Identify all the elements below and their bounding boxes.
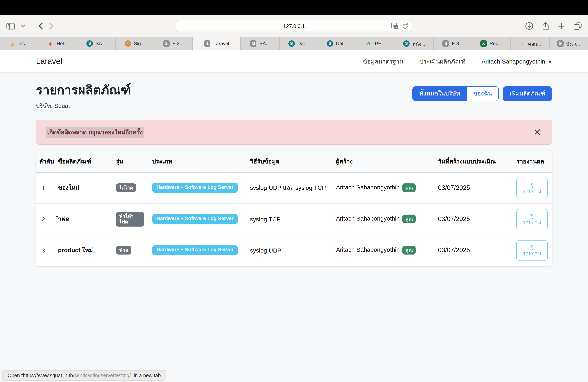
nav-link-evaluate[interactable]: ประเมินผลิตภัณฑ์ xyxy=(420,57,466,66)
browser-tab[interactable]: S F-3... xyxy=(434,37,472,50)
tab-label: หนัง... xyxy=(412,40,425,47)
sidebar-chevron-button[interactable] xyxy=(21,25,26,27)
downloads-button[interactable] xyxy=(525,22,533,30)
tabs-overview-icon xyxy=(574,22,582,30)
creator-name: Aritach Sahapongyothin xyxy=(336,184,400,191)
tab-label: Laravel xyxy=(213,41,229,46)
forward-icon xyxy=(49,23,53,29)
address-bar[interactable]: 127.0.0.1 A x xyxy=(176,20,412,32)
status-prefix: Open “ xyxy=(8,373,23,378)
new-tab-button[interactable] xyxy=(558,22,565,29)
column-header: รายงานผล xyxy=(512,151,552,172)
forward-button[interactable] xyxy=(49,23,53,29)
toolbar-divider xyxy=(32,21,32,30)
browser-tab[interactable]: S SA... xyxy=(77,37,116,50)
filter-all-button[interactable]: ทั้งหมดในบริษัท xyxy=(413,86,467,101)
status-suffix: ” in a new tab xyxy=(131,373,161,378)
column-header: ลำดับ xyxy=(36,151,54,172)
created-date: 03/07/2025 xyxy=(434,203,512,234)
browser-tab[interactable]: S หนัง... xyxy=(395,37,434,50)
letter-g-favicon-icon: G xyxy=(557,40,563,47)
nav-link-standards[interactable]: ข้อมูลมาตรฐาน xyxy=(363,57,404,66)
browser-tab[interactable]: ≈ ดอก... xyxy=(511,37,549,50)
sharepoint-favicon-icon: S xyxy=(288,40,294,47)
filter-button-group: ทั้งหมดในบริษัท ของฉัน xyxy=(413,86,499,101)
close-icon xyxy=(534,129,540,135)
tab-label: F-3... xyxy=(172,41,184,46)
browser-tab[interactable]: S Dat... xyxy=(318,37,357,50)
orange-favicon-icon: * xyxy=(125,40,131,47)
column-header: รุ่น xyxy=(112,151,148,172)
tab-label: SA... xyxy=(259,41,270,46)
sharepoint-favicon-icon: S xyxy=(327,40,333,47)
table-row: 3 product ใหม่ ฟำอ Hardware + Software L… xyxy=(36,234,552,266)
you-badge: คุณ xyxy=(403,215,416,224)
browser-toolbar: 127.0.0.1 A x xyxy=(0,15,588,37)
tab-overview-button[interactable] xyxy=(574,22,582,30)
products-table: ลำดับชื่อผลิตภัณฑ์รุ่นประเภทวิธีรับข้อมู… xyxy=(36,151,552,266)
creator-cell: Aritach Sahapongyothinคุณ xyxy=(332,234,434,266)
view-report-button[interactable]: ดูรายงาน xyxy=(516,178,547,198)
tab-label: SA... xyxy=(96,41,106,46)
brand-link[interactable]: Laravel xyxy=(36,57,62,66)
browser-tab[interactable]: ◈ Hel... xyxy=(39,37,77,50)
browser-tab[interactable]: X Req... xyxy=(472,37,511,50)
column-header: ชื่อผลิตภัณฑ์ xyxy=(54,151,112,172)
filter-mine-button[interactable]: ของฉัน xyxy=(467,86,499,101)
data-method: syslog UDP และ syslog TCP xyxy=(246,172,332,203)
column-header: ประเภท xyxy=(148,151,246,172)
status-host: https://www.squat.in.th xyxy=(23,373,73,378)
table-row: 1 ของใหม่ ไดไาด Hardware + Software Log … xyxy=(36,172,552,203)
sharepoint-favicon-icon: S xyxy=(403,40,410,47)
tab-label: Req... xyxy=(490,41,503,46)
browser-tab[interactable]: S Dat... xyxy=(279,37,318,50)
browser-tab[interactable]: M SA... xyxy=(241,37,280,50)
browser-tab[interactable]: * Sig... xyxy=(116,37,154,50)
tab-label: ดอก... xyxy=(528,40,541,47)
model-badge: ไดไาด xyxy=(116,183,136,192)
created-date: 03/07/2025 xyxy=(434,172,512,203)
safari-window: 127.0.0.1 A x xyxy=(0,0,588,382)
browser-tab[interactable]: G บึงเว... xyxy=(549,37,588,50)
tab-label: loc... xyxy=(19,41,29,46)
reload-icon[interactable] xyxy=(402,23,408,29)
share-icon xyxy=(542,22,549,30)
download-icon xyxy=(525,22,533,30)
laravel-logo-icon: ◈ xyxy=(47,40,54,47)
phpmyadmin-favicon-icon: ▲ xyxy=(9,40,16,47)
browser-tab[interactable]: 1 Laravel xyxy=(193,37,241,50)
add-product-button[interactable]: เพิ่มผลิตภัณฑ์ xyxy=(503,86,552,101)
browser-tab[interactable]: W³ PH... xyxy=(357,37,395,50)
browser-tab[interactable]: S F-3... xyxy=(154,37,193,50)
column-header: วิธีรับข้อมูล xyxy=(246,151,332,172)
data-method: syslog UDP xyxy=(246,234,332,266)
user-menu[interactable]: Aritach Sahapongyothin xyxy=(482,58,552,65)
product-name: product ใหม่ xyxy=(54,234,112,266)
back-button[interactable] xyxy=(39,23,43,29)
view-report-button[interactable]: ดูรายงาน xyxy=(516,209,547,229)
creator-cell: Aritach Sahapongyothinคุณ xyxy=(332,203,434,234)
column-header: ผู้สร้าง xyxy=(332,151,434,172)
sidebar-icon xyxy=(6,22,15,29)
sidebar-toggle-button[interactable] xyxy=(6,22,15,29)
alert-close-button[interactable] xyxy=(533,128,542,137)
translate-icon[interactable]: A x xyxy=(391,23,399,29)
tab-label: Dat... xyxy=(336,41,347,46)
plus-icon xyxy=(558,22,565,29)
view-report-button[interactable]: ดูรายงาน xyxy=(516,240,547,260)
letter-m-favicon-icon: M xyxy=(250,40,257,47)
error-alert-message: เกิดข้อผิดพลาด กรุณาลองใหม่อีกครั้ง xyxy=(46,126,144,138)
back-icon xyxy=(39,23,43,29)
excel-favicon-icon: X xyxy=(480,40,487,47)
company-subtitle: บริษัท: Squat xyxy=(36,101,131,111)
data-method: syslog TCP xyxy=(246,203,332,234)
model-badge: ฟำอ xyxy=(116,246,131,255)
row-number: 2 xyxy=(36,203,54,234)
table-header-row: ลำดับชื่อผลิตภัณฑ์รุ่นประเภทวิธีรับข้อมู… xyxy=(36,151,552,172)
browser-tab[interactable]: ▲ loc... xyxy=(0,37,39,50)
model-badge: ฟำไดำไฟด xyxy=(116,212,144,227)
type-badge: Hardware + Software Log Server xyxy=(152,183,238,193)
status-path: /services/logservertesting/ xyxy=(73,373,131,378)
app-navbar: Laravel ข้อมูลมาตรฐาน ประเมินผลิตภัณฑ์ A… xyxy=(0,50,588,73)
share-button[interactable] xyxy=(542,22,549,30)
